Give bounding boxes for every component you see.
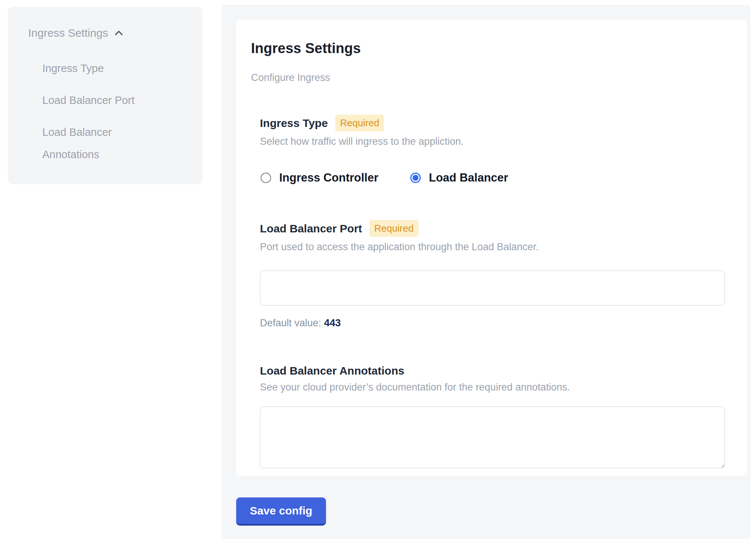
radio-label-load-balancer: Load Balancer — [429, 171, 508, 184]
main-panel: Ingress Settings Configure Ingress Ingre… — [222, 5, 750, 539]
radio-unselected-icon[interactable] — [261, 173, 271, 183]
lb-annotations-description: See your cloud provider’s documentation … — [260, 382, 725, 393]
sidebar-item-load-balancer-annotations[interactable]: Load Balancer Annotations — [42, 121, 165, 166]
ingress-type-label: Ingress Type — [260, 117, 328, 130]
lb-port-default-row: Default value: 443 — [260, 317, 725, 329]
default-value-label: Default value: — [260, 317, 321, 329]
default-value: 443 — [324, 317, 341, 329]
ingress-type-radio-group: Ingress Controller Load Balancer — [261, 171, 725, 184]
lb-annotations-textarea[interactable] — [260, 406, 725, 468]
sidebar-item-ingress-type[interactable]: Ingress Type — [42, 57, 165, 79]
sidebar-section-label: Ingress Settings — [28, 27, 108, 39]
lb-port-input[interactable] — [260, 271, 725, 306]
page-subtitle: Configure Ingress — [251, 72, 725, 84]
section-ingress-type: Ingress Type Required Select how traffic… — [260, 115, 725, 184]
ingress-settings-card: Ingress Settings Configure Ingress Ingre… — [236, 20, 747, 476]
section-load-balancer-annotations: Load Balancer Annotations See your cloud… — [260, 365, 725, 468]
save-config-button[interactable]: Save config — [236, 497, 326, 526]
sidebar-section-header[interactable]: Ingress Settings — [28, 27, 188, 39]
radio-option-load-balancer[interactable]: Load Balancer — [410, 171, 508, 184]
radio-label-ingress-controller: Ingress Controller — [279, 171, 378, 184]
lb-annotations-label: Load Balancer Annotations — [260, 365, 404, 377]
required-badge: Required — [335, 115, 384, 131]
lb-port-label: Load Balancer Port — [260, 222, 362, 235]
section-load-balancer-port: Load Balancer Port Required Port used to… — [260, 220, 725, 329]
lb-port-description: Port used to access the application thro… — [260, 241, 725, 253]
required-badge: Required — [369, 220, 418, 237]
sidebar-item-load-balancer-port[interactable]: Load Balancer Port — [42, 89, 165, 111]
chevron-up-icon — [114, 28, 124, 38]
sidebar: Ingress Settings Ingress Type Load Balan… — [8, 7, 202, 184]
ingress-type-description: Select how traffic will ingress to the a… — [260, 136, 725, 147]
page-title: Ingress Settings — [251, 40, 725, 56]
radio-selected-icon[interactable] — [410, 173, 421, 183]
radio-option-ingress-controller[interactable]: Ingress Controller — [261, 171, 378, 184]
